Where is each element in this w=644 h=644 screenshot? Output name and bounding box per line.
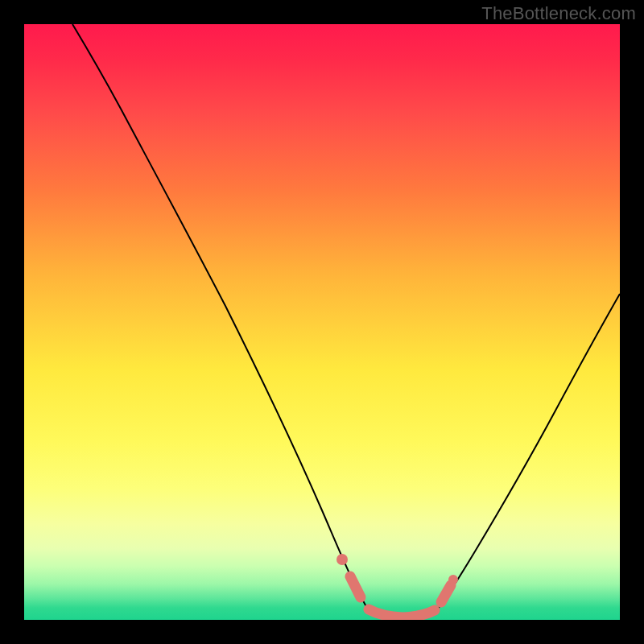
marker-dot xyxy=(448,575,458,584)
left-curve-line xyxy=(72,24,370,613)
plot-area xyxy=(24,24,620,620)
chart-frame: TheBottleneck.com xyxy=(0,0,644,644)
curve-layer xyxy=(24,24,620,620)
marker-dot xyxy=(336,554,348,565)
marker-segment-2 xyxy=(369,609,435,617)
right-curve-line xyxy=(435,294,620,613)
marker-segment-1 xyxy=(350,576,361,597)
watermark-text: TheBottleneck.com xyxy=(481,3,636,24)
marker-segment-3 xyxy=(441,585,451,602)
